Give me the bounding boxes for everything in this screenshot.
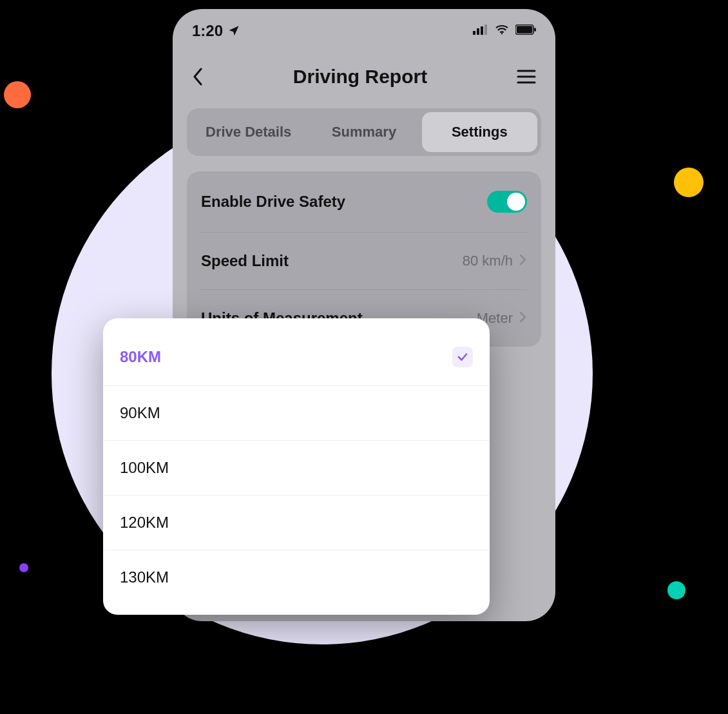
tab-drive-details[interactable]: Drive Details	[191, 112, 306, 152]
speed-option-120[interactable]: 120KM	[103, 496, 490, 550]
tab-summary[interactable]: Summary	[306, 112, 421, 152]
option-label: 130KM	[120, 568, 169, 586]
chevron-right-icon	[519, 311, 527, 325]
decorative-dot-orange	[4, 81, 31, 108]
status-right	[473, 24, 536, 37]
setting-row-speed-limit[interactable]: Speed Limit 80 km/h	[201, 233, 527, 290]
setting-label: Enable Drive Safety	[201, 193, 345, 211]
back-button[interactable]	[192, 68, 204, 86]
menu-button[interactable]	[517, 70, 536, 84]
wifi-icon	[495, 24, 509, 37]
option-label: 120KM	[120, 514, 169, 532]
chevron-right-icon	[519, 254, 527, 268]
tab-label: Settings	[452, 124, 508, 140]
decorative-dot-purple	[19, 563, 28, 572]
speed-limit-value: 80 km/h	[463, 253, 513, 269]
option-label: 90KM	[120, 404, 160, 422]
svg-rect-0	[473, 31, 475, 35]
segmented-tabs: Drive Details Summary Settings	[187, 108, 541, 156]
tab-label: Summary	[332, 124, 396, 140]
cellular-signal-icon	[473, 24, 488, 37]
status-left: 1:20	[192, 22, 240, 40]
setting-label: Speed Limit	[201, 252, 289, 270]
status-time: 1:20	[192, 22, 223, 40]
speed-option-130[interactable]: 130KM	[103, 550, 490, 604]
tab-settings[interactable]: Settings	[422, 112, 537, 152]
setting-row-enable-safety: Enable Drive Safety	[201, 171, 527, 233]
decorative-dot-teal	[667, 581, 685, 599]
speed-limit-options-popup: 80KM 90KM 100KM 120KM 130KM	[103, 318, 490, 615]
setting-value-wrap: 80 km/h	[463, 253, 527, 269]
selected-check-icon	[452, 347, 473, 367]
svg-point-4	[501, 33, 503, 34]
location-arrow-icon	[228, 22, 240, 40]
nav-header: Driving Report	[173, 46, 555, 101]
svg-rect-6	[517, 26, 532, 33]
decorative-dot-yellow	[674, 168, 704, 197]
tab-label: Drive Details	[206, 124, 291, 140]
option-label: 80KM	[120, 348, 161, 366]
enable-safety-toggle[interactable]	[487, 191, 527, 213]
toggle-knob	[507, 193, 525, 211]
option-label: 100KM	[120, 459, 169, 477]
speed-option-100[interactable]: 100KM	[103, 441, 490, 496]
svg-rect-3	[484, 24, 487, 35]
status-bar: 1:20	[173, 9, 555, 46]
page-title: Driving Report	[293, 66, 427, 88]
svg-rect-7	[534, 28, 536, 32]
battery-icon	[515, 24, 536, 37]
svg-rect-1	[477, 28, 479, 35]
speed-option-90[interactable]: 90KM	[103, 386, 490, 441]
svg-rect-2	[481, 26, 483, 35]
speed-option-80[interactable]: 80KM	[103, 329, 490, 386]
svg-rect-5	[515, 24, 533, 34]
